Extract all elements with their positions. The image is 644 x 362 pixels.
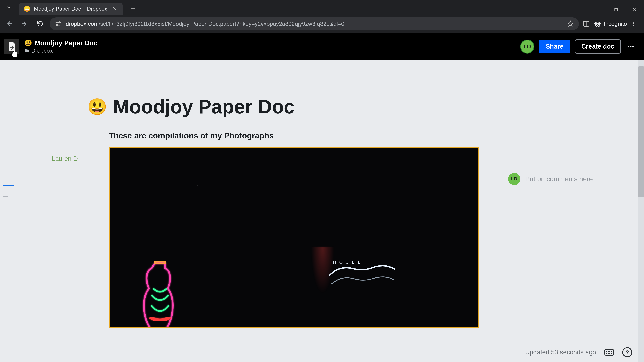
image-content: H O T E L (328, 255, 398, 296)
svg-text:H O T E L: H O T E L (333, 259, 362, 265)
incognito-icon (594, 20, 602, 28)
reload-button[interactable] (34, 18, 46, 30)
comment-avatar: LD (508, 173, 520, 185)
back-button[interactable] (3, 18, 15, 30)
browser-tab[interactable]: 😃 Moodjoy Paper Doc – Dropbox (19, 3, 123, 15)
user-avatar[interactable]: LD (520, 39, 534, 54)
hand-cursor-icon (11, 49, 19, 58)
breadcrumb-text: Dropbox (31, 47, 53, 54)
minimize-icon (595, 7, 600, 12)
chevron-down-icon (6, 5, 12, 10)
reload-icon (36, 20, 44, 27)
paper-home-button[interactable] (4, 39, 20, 54)
close-icon (632, 7, 637, 12)
forward-button[interactable] (19, 18, 30, 30)
url-host: dropbox.com (66, 21, 99, 27)
doc-meta: 😃 Moodjoy Paper Doc Dropbox (24, 39, 97, 54)
svg-point-2 (56, 24, 58, 26)
svg-rect-13 (605, 349, 614, 355)
title-emoji-icon[interactable]: 😃 (87, 97, 107, 116)
incognito-indicator[interactable]: Incognito (594, 20, 627, 28)
svg-rect-17 (611, 351, 612, 352)
status-bar: Updated 53 seconds ago ? (525, 347, 632, 357)
image-block[interactable]: H O T E L (109, 147, 479, 328)
svg-rect-15 (608, 351, 609, 352)
outline-minimap[interactable] (3, 185, 16, 197)
plus-icon (130, 6, 136, 11)
keyboard-icon (604, 349, 614, 356)
svg-point-9 (628, 46, 629, 47)
svg-rect-14 (606, 351, 607, 352)
browser-window: 😃 Moodjoy Paper Doc – Dropbox (0, 0, 644, 362)
svg-rect-20 (611, 353, 612, 354)
outline-item[interactable] (3, 196, 8, 197)
svg-point-5 (598, 24, 600, 26)
last-updated-text: Updated 53 seconds ago (525, 349, 596, 356)
comment-placeholder: Put on comments here (525, 175, 593, 183)
decoration (354, 175, 355, 175)
document-canvas[interactable]: Lauren D 😃 Moodjoy Paper Doc These are c… (0, 60, 644, 362)
tabs-dropdown-button[interactable] (3, 2, 15, 13)
tab-strip: 😃 Moodjoy Paper Doc – Dropbox (0, 0, 644, 15)
keyboard-shortcuts-button[interactable] (604, 347, 614, 357)
doc-title-text: Moodjoy Paper Doc (35, 39, 97, 47)
omnibox-actions (567, 20, 574, 27)
window-controls (591, 2, 644, 15)
title-text: Moodjoy Paper Doc (113, 95, 295, 118)
svg-point-10 (630, 46, 632, 47)
vertical-scrollbar-thumb[interactable] (638, 66, 644, 197)
paper-app-header: 😃 Moodjoy Paper Doc Dropbox LD Share Cre… (0, 33, 644, 60)
close-icon (112, 6, 117, 11)
line-author-label: Lauren D (52, 155, 78, 162)
dots-horizontal-icon (627, 43, 634, 50)
browser-menu-button[interactable] (630, 21, 641, 27)
decoration (274, 232, 275, 232)
folder-icon (24, 48, 29, 53)
svg-rect-3 (584, 21, 589, 26)
svg-rect-16 (610, 351, 610, 352)
comment-avatar-initials: LD (511, 176, 517, 182)
document-title[interactable]: 😃 Moodjoy Paper Doc (87, 95, 476, 118)
help-button[interactable]: ? (622, 347, 632, 357)
comment-input[interactable]: LD Put on comments here (508, 173, 593, 185)
svg-point-11 (632, 46, 634, 47)
url-path: /scl/fi/n3zfj9fyi392l1d8x5ist/Moodjoy-Pa… (99, 21, 344, 27)
share-button[interactable]: Share (539, 39, 570, 53)
dots-vertical-icon (630, 21, 636, 27)
minimize-button[interactable] (591, 5, 604, 15)
svg-point-4 (595, 24, 598, 26)
svg-point-8 (633, 25, 634, 26)
svg-rect-0 (615, 8, 618, 11)
bookmark-button[interactable] (567, 20, 574, 27)
svg-point-6 (633, 22, 634, 23)
site-info-button[interactable] (55, 20, 62, 27)
create-doc-button[interactable]: Create doc (575, 39, 621, 54)
tuning-icon (55, 20, 62, 27)
svg-rect-19 (608, 353, 610, 354)
svg-point-1 (58, 22, 60, 23)
new-tab-button[interactable] (128, 3, 138, 14)
outline-item-active[interactable] (3, 185, 14, 186)
side-panel-button[interactable] (582, 20, 590, 27)
tab-title: Moodjoy Paper Doc – Dropbox (34, 6, 108, 12)
browser-toolbar: dropbox.com/scl/fi/n3zfj9fyi392l1d8x5ist… (0, 15, 644, 33)
tab-favicon-icon: 😃 (24, 5, 30, 12)
header-doc-title[interactable]: 😃 Moodjoy Paper Doc (24, 39, 97, 47)
star-icon (567, 20, 574, 27)
arrow-right-icon (21, 20, 28, 27)
more-menu-button[interactable] (626, 43, 636, 50)
text-caret (279, 97, 280, 119)
maximize-button[interactable] (610, 5, 622, 15)
address-bar[interactable]: dropbox.com/scl/fi/n3zfj9fyi392l1d8x5ist… (50, 17, 579, 30)
section-heading[interactable]: These are compilations of my Photographs (109, 131, 476, 140)
close-window-button[interactable] (628, 5, 641, 15)
close-tab-button[interactable] (111, 6, 118, 11)
panel-icon (582, 20, 590, 27)
arrow-left-icon (6, 20, 13, 27)
incognito-label: Incognito (604, 21, 627, 27)
breadcrumb[interactable]: Dropbox (24, 47, 97, 54)
svg-point-7 (633, 23, 634, 24)
maximize-icon (614, 7, 618, 12)
document-content[interactable]: 😃 Moodjoy Paper Doc These are compilatio… (87, 95, 476, 328)
avatar-initials: LD (524, 43, 531, 50)
